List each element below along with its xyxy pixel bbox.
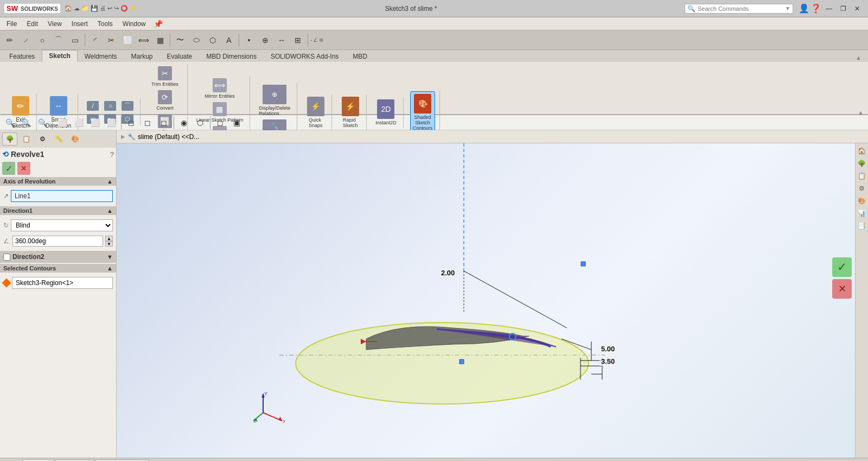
arc-button[interactable]: ⌒ xyxy=(119,100,136,112)
direction1-header[interactable]: Direction1 ▲ xyxy=(0,206,116,215)
tab-mbd-dimensions[interactable]: MBD Dimensions xyxy=(199,50,264,62)
menu-edit[interactable]: Edit xyxy=(22,19,42,29)
tab-features[interactable]: Features xyxy=(2,50,42,62)
tab-evaluate[interactable]: Evaluate xyxy=(160,50,200,62)
direction2-checkbox[interactable] xyxy=(3,254,10,261)
rp-home-button[interactable]: 🏠 xyxy=(857,146,867,156)
ribbon-collapse[interactable]: ▲ xyxy=(858,109,864,116)
instant2d-button[interactable]: 2D Instant2D xyxy=(373,98,399,127)
panel-tab-property[interactable]: 📋 xyxy=(18,132,34,146)
construction-tool[interactable]: ⊕ xyxy=(258,33,273,48)
ok-button[interactable]: ✓ xyxy=(2,162,15,175)
direction-type-select[interactable]: Blind Through All Mid Plane xyxy=(11,219,113,231)
rp-config-button[interactable]: ⚙ xyxy=(857,183,867,194)
section-view-button[interactable]: ◻ xyxy=(140,115,155,130)
spline-tool[interactable]: 〜 xyxy=(173,33,188,48)
panel-tab-display[interactable]: 🎨 xyxy=(67,132,82,146)
quick-snaps-button[interactable]: ⚡ QuickSnaps xyxy=(305,96,327,129)
sketch-icon[interactable]: ✏ xyxy=(2,33,17,48)
angle-input[interactable] xyxy=(12,236,103,247)
selected-contours-header[interactable]: Selected Contours ▲ xyxy=(0,264,116,273)
axis-input[interactable] xyxy=(11,190,113,202)
view-iso-button[interactable]: ⬜ xyxy=(104,115,119,130)
confirm-cancel-button[interactable]: ✕ xyxy=(832,279,852,299)
view-front-button[interactable]: ⬜ xyxy=(55,115,70,130)
circle-tool[interactable]: ○ xyxy=(35,33,50,48)
rp-appearances-button[interactable]: 🎨 xyxy=(857,195,867,206)
smart-dim[interactable]: ↔ xyxy=(274,33,289,48)
panel-tab-dimxpert[interactable]: 📏 xyxy=(51,132,66,146)
collapse-ribbon[interactable]: ▲ xyxy=(851,53,866,62)
fillet-tool[interactable]: ◜ xyxy=(87,33,103,48)
tab-sketch[interactable]: Sketch xyxy=(42,50,77,62)
search-box[interactable]: 🔍 ▼ xyxy=(685,4,793,14)
lighting-button[interactable]: ◉ xyxy=(176,115,192,130)
zoom-previous-button[interactable]: 🔍 xyxy=(2,115,17,130)
direction2-header[interactable]: Direction2 ▼ xyxy=(0,251,116,263)
menu-insert[interactable]: Insert xyxy=(67,19,92,29)
minimize-button[interactable]: — xyxy=(822,3,835,14)
menu-tools[interactable]: Tools xyxy=(93,19,117,29)
tab-markup[interactable]: Markup xyxy=(124,50,160,62)
circle-button[interactable]: ○ xyxy=(102,100,118,112)
angle-down[interactable]: ▼ xyxy=(105,241,113,247)
trim-tool[interactable]: ✂ xyxy=(104,33,119,48)
appearance-button[interactable]: ⬡ xyxy=(193,115,208,130)
ellipse-tool[interactable]: ⬭ xyxy=(189,33,204,48)
confirm-ok-button[interactable]: ✓ xyxy=(832,257,852,277)
help-icon[interactable]: ❓ xyxy=(810,3,821,14)
panel-tab-config[interactable]: ⚙ xyxy=(35,132,50,146)
shaded-sketch-contours-button[interactable]: 🎨 ShadedSketchContours xyxy=(410,91,436,134)
search-dropdown-icon[interactable]: ▼ xyxy=(785,5,790,11)
rp-custom-button[interactable]: 📊 xyxy=(857,208,867,219)
polygon-tool[interactable]: ⬡ xyxy=(205,33,220,48)
tree-expand-icon[interactable]: ▶ xyxy=(121,134,125,140)
scene-button[interactable]: ◻ xyxy=(213,115,228,130)
text-tool[interactable]: A xyxy=(221,33,237,48)
angle-up[interactable]: ▲ xyxy=(105,236,113,241)
rect-tool[interactable]: ▭ xyxy=(67,33,82,48)
menu-window[interactable]: Window xyxy=(118,19,150,29)
cancel-button[interactable]: ✕ xyxy=(17,162,30,175)
document-title: Sketch3 of slime * xyxy=(385,5,437,12)
display-pane-button[interactable]: ▣ xyxy=(229,115,244,130)
tab-weldments[interactable]: Weldments xyxy=(78,50,124,62)
point-tool[interactable]: • xyxy=(241,33,257,48)
trim-entities-button[interactable]: ✂ Trim Entities xyxy=(149,65,181,88)
close-button[interactable]: ✕ xyxy=(851,3,864,14)
mirror-tool[interactable]: ⟺ xyxy=(136,33,151,48)
linear-pattern-tool[interactable]: ▦ xyxy=(152,33,168,48)
mirror-entities-button[interactable]: ⟺ Mirror Entities xyxy=(202,77,237,100)
rp-custom2-button[interactable]: 📑 xyxy=(857,220,867,231)
tab-solidworks-addins[interactable]: SOLIDWORKS Add-Ins xyxy=(264,50,346,62)
line-tool[interactable]: ⟋ xyxy=(18,33,34,48)
menu-file[interactable]: File xyxy=(2,19,21,29)
view-top-button[interactable]: ⬜ xyxy=(71,115,86,130)
restore-button[interactable]: ❐ xyxy=(837,3,850,14)
rp-tree-button[interactable]: 🌳 xyxy=(857,158,867,169)
axis-of-revolution-header[interactable]: Axis of Revolution ▲ xyxy=(0,177,116,186)
viewport[interactable]: 2.00 5.00 3.50 Z X Y ✓ xyxy=(117,143,868,458)
zoom-area-button[interactable]: 🔍 xyxy=(18,115,34,130)
arc-tool[interactable]: ⌒ xyxy=(51,33,66,48)
menu-pin[interactable]: 📌 xyxy=(154,20,163,28)
help-button[interactable]: ? xyxy=(110,150,114,159)
view-orientation-button[interactable]: ◻ xyxy=(156,115,171,130)
svg-rect-5 xyxy=(459,359,464,364)
menu-view[interactable]: View xyxy=(43,19,66,29)
tab-mbd[interactable]: MBD xyxy=(346,50,374,62)
search-input[interactable] xyxy=(698,5,783,12)
rp-property-button[interactable]: 📋 xyxy=(857,170,867,181)
view-right-button[interactable]: ⬜ xyxy=(87,115,103,130)
display-style-button[interactable]: ◻ xyxy=(124,115,139,130)
selected-contours-content: Sketch3-Region<1> xyxy=(2,274,114,292)
relations-tool[interactable]: ⊞ xyxy=(290,33,305,48)
line-button[interactable]: / xyxy=(85,100,101,112)
display-delete-relations-button[interactable]: ⊕ Display/DeleteRelations xyxy=(257,84,292,117)
rapid-sketch-button[interactable]: ⚡ RapidSketch xyxy=(340,96,361,129)
panel-tab-feature-tree[interactable]: 🌳 xyxy=(2,132,17,146)
zoom-fit-button[interactable]: 🔍 xyxy=(35,115,50,130)
offset-tool[interactable]: ⬜ xyxy=(120,33,135,48)
user-icon[interactable]: 👤 xyxy=(799,3,809,14)
convert-entities-button[interactable]: ⟳ Convert xyxy=(154,89,176,112)
